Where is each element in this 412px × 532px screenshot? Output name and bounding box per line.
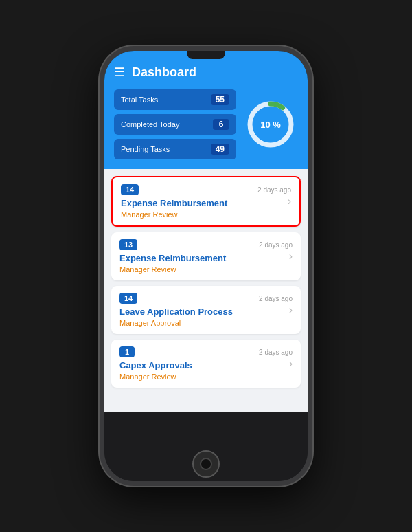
chevron-right-icon: › [289, 250, 293, 263]
phone-screen: ☰ Dashboard Total Tasks 55 Completed Tod… [104, 51, 308, 412]
task-name: Expense Reimbursement [119, 253, 293, 263]
task-time: 2 days ago [259, 241, 293, 249]
task-time: 2 days ago [258, 186, 291, 194]
task-badge: 1 [119, 346, 135, 357]
task-card[interactable]: 1 2 days ago Capex Approvals Manager Rev… [111, 340, 301, 388]
stat-value: 6 [213, 119, 229, 130]
task-sub: Manager Review [119, 373, 293, 381]
app-header: ☰ Dashboard Total Tasks 55 Completed Tod… [104, 51, 308, 169]
task-sub: Manager Review [121, 210, 291, 219]
home-button[interactable] [192, 450, 220, 478]
donut-chart: 10 % [243, 97, 298, 152]
chevron-right-icon: › [289, 357, 293, 370]
task-time: 2 days ago [259, 295, 293, 302]
donut-percent-label: 10 % [260, 120, 281, 130]
stat-label: Completed Today [121, 120, 179, 129]
tasks-list: 14 2 days ago Expense Reimbursement Mana… [104, 169, 308, 412]
stat-label: Pending Tasks [121, 145, 170, 153]
task-name: Expense Reimbursement [121, 198, 291, 208]
home-button-inner [200, 458, 212, 470]
stats-list: Total Tasks 55 Completed Today 6 Pending… [114, 89, 236, 159]
task-name: Capex Approvals [119, 360, 293, 370]
stat-item: Completed Today 6 [114, 114, 236, 135]
stat-label: Total Tasks [121, 96, 158, 104]
stat-value: 49 [211, 144, 229, 155]
hamburger-icon[interactable]: ☰ [114, 65, 125, 80]
phone-notch [187, 51, 225, 59]
page-title: Dashboard [132, 65, 196, 80]
task-badge: 14 [119, 293, 137, 304]
chevron-right-icon: › [289, 304, 293, 316]
task-card[interactable]: 14 2 days ago Expense Reimbursement Mana… [111, 176, 301, 227]
task-sub: Manager Review [119, 265, 293, 274]
task-badge: 13 [119, 239, 137, 250]
task-sub: Manager Approval [119, 319, 293, 327]
phone-shell: ☰ Dashboard Total Tasks 55 Completed Tod… [100, 46, 312, 486]
task-card[interactable]: 14 2 days ago Leave Application Process … [111, 286, 301, 334]
stat-item: Pending Tasks 49 [114, 139, 236, 159]
task-card[interactable]: 13 2 days ago Expense Reimbursement Mana… [111, 232, 301, 280]
stat-item: Total Tasks 55 [114, 89, 236, 110]
bottom-bar [104, 447, 308, 481]
task-time: 2 days ago [259, 348, 293, 356]
stat-value: 55 [211, 94, 229, 105]
task-badge: 14 [121, 184, 139, 195]
chevron-right-icon: › [288, 195, 291, 208]
task-name: Leave Application Process [119, 307, 293, 317]
